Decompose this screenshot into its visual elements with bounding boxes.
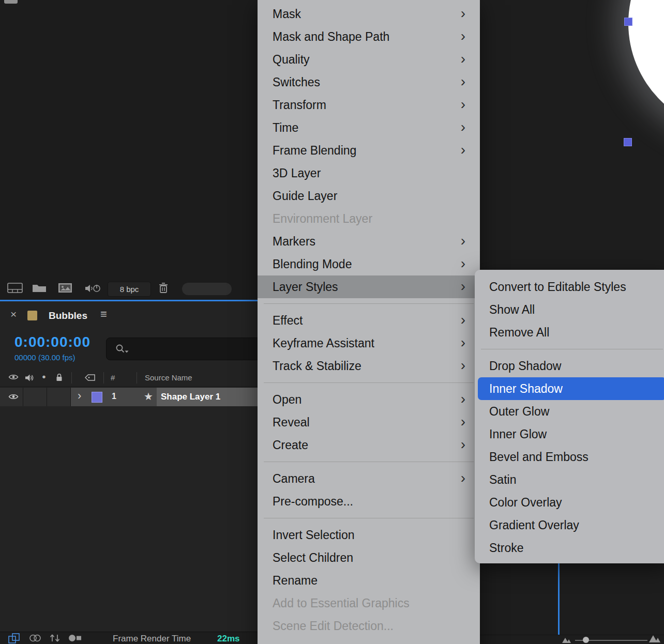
- menu-item-blending-mode[interactable]: Blending Mode›: [258, 253, 480, 275]
- frame-rate-info: 00000 (30.00 fps): [14, 353, 76, 362]
- bit-depth-label: 8 bpc: [120, 285, 139, 294]
- left-panel-stack: 8 bpc × Bubbles ≡ 0:00:00:00 00000 (30.0…: [0, 0, 258, 644]
- submenu-item-label: Bevel and Emboss: [489, 450, 588, 464]
- comp-color-label[interactable]: [27, 311, 37, 320]
- menu-item-mask-and-shape-path[interactable]: Mask and Shape Path›: [258, 25, 480, 48]
- submenu-item-bevel-and-emboss[interactable]: Bevel and Emboss: [475, 446, 664, 468]
- submenu-chevron-icon: ›: [461, 334, 465, 351]
- bit-depth-button[interactable]: 8 bpc: [108, 282, 151, 297]
- shape-handle[interactable]: [624, 138, 632, 146]
- shape-handle[interactable]: [624, 18, 632, 26]
- close-tab-icon[interactable]: ×: [10, 309, 17, 319]
- layer-context-menu: Mask› Mask and Shape Path› Quality› Swit…: [258, 0, 480, 644]
- submenu-item-outer-glow[interactable]: Outer Glow: [475, 400, 664, 423]
- menu-item-label: Blending Mode: [273, 257, 352, 271]
- layer-name[interactable]: Shape Layer 1: [161, 392, 220, 402]
- menu-item-label: Invert Selection: [273, 528, 355, 542]
- submenu-item-label: Stroke: [489, 541, 523, 555]
- delete-trash-icon[interactable]: [158, 282, 169, 294]
- submenu-item-color-overlay[interactable]: Color Overlay: [475, 491, 664, 514]
- submenu-item-drop-shadow[interactable]: Drop Shadow: [475, 355, 664, 377]
- cell-divider: [23, 388, 23, 406]
- layer-color-swatch[interactable]: [92, 392, 102, 403]
- menu-item-pre-compose[interactable]: Pre-compose...: [258, 490, 480, 513]
- layer-expand-chevron-icon[interactable]: ›: [78, 389, 81, 403]
- submenu-item-satin[interactable]: Satin: [475, 468, 664, 491]
- source-name-column-header[interactable]: Source Name: [145, 373, 192, 382]
- menu-item-label: Quality: [273, 53, 310, 67]
- menu-item-label: Open: [273, 393, 301, 407]
- submenu-chevron-icon: ›: [461, 233, 465, 249]
- submenu-item-inner-shadow[interactable]: Inner Shadow: [478, 377, 664, 400]
- menu-item-frame-blending[interactable]: Frame Blending›: [258, 139, 480, 162]
- submenu-item-remove-all[interactable]: Remove All: [475, 321, 664, 344]
- menu-item-guide-layer[interactable]: Guide Layer: [258, 185, 480, 207]
- column-divider: [103, 372, 104, 384]
- zoom-out-icon[interactable]: [562, 636, 572, 643]
- menu-item-layer-styles[interactable]: Layer Styles›: [258, 275, 480, 298]
- menu-item-quality[interactable]: Quality›: [258, 48, 480, 71]
- submenu-chevron-icon: ›: [461, 119, 465, 135]
- submenu-item-label: Remove All: [489, 326, 549, 340]
- menu-item-effect[interactable]: Effect›: [258, 309, 480, 332]
- menu-item-transform[interactable]: Transform›: [258, 94, 480, 116]
- menu-item-label: Markers: [273, 235, 315, 249]
- submenu-chevron-icon: ›: [461, 51, 465, 67]
- bubble-shape: [628, 0, 664, 132]
- menu-item-invert-selection[interactable]: Invert Selection: [258, 524, 480, 546]
- comp-tab-title[interactable]: Bubbles: [49, 310, 87, 321]
- menu-item-label: 3D Layer: [273, 166, 321, 180]
- submenu-item-convert-to-editable-styles[interactable]: Convert to Editable Styles: [475, 275, 664, 298]
- panel-menu-icon[interactable]: ≡: [100, 309, 107, 320]
- menu-item-mask[interactable]: Mask›: [258, 3, 480, 25]
- menu-item-switches[interactable]: Switches›: [258, 71, 480, 94]
- zoom-slider-knob[interactable]: [583, 637, 589, 643]
- audio-column-speaker-icon: [25, 374, 34, 381]
- menu-item-reveal[interactable]: Reveal›: [258, 411, 480, 434]
- menu-item-label: Create: [273, 438, 308, 452]
- new-folder-icon[interactable]: [32, 283, 47, 293]
- menu-separator: [264, 382, 474, 383]
- submenu-item-gradient-overlay[interactable]: Gradient Overlay: [475, 514, 664, 536]
- menu-separator: [264, 303, 474, 304]
- interpret-footage-icon[interactable]: [7, 283, 23, 293]
- menu-item-camera[interactable]: Camera›: [258, 467, 480, 490]
- current-timecode[interactable]: 0:00:00:00: [14, 334, 90, 350]
- menu-item-time[interactable]: Time›: [258, 116, 480, 139]
- timeline-footer: Frame Render Time 22ms: [0, 632, 258, 644]
- menu-item-select-children[interactable]: Select Children: [258, 546, 480, 569]
- submenu-item-stroke[interactable]: Stroke: [475, 536, 664, 559]
- timeline-search-input[interactable]: [106, 338, 259, 360]
- layer-visibility-eye-icon[interactable]: [8, 393, 19, 400]
- submenu-item-inner-glow[interactable]: Inner Glow: [475, 423, 664, 446]
- menu-item-track-stabilize[interactable]: Track & Stabilize›: [258, 355, 480, 377]
- menu-item-label: Track & Stabilize: [273, 359, 361, 373]
- menu-item-add-to-essential-graphics: Add to Essential Graphics: [258, 592, 480, 615]
- menu-item-markers[interactable]: Markers›: [258, 230, 480, 253]
- transfer-controls-toggle-icon[interactable]: [29, 634, 41, 642]
- menu-item-rename[interactable]: Rename: [258, 569, 480, 592]
- submenu-item-show-all[interactable]: Show All: [475, 298, 664, 321]
- timeline-playhead[interactable]: [558, 563, 560, 635]
- menu-item-3d-layer[interactable]: 3D Layer: [258, 162, 480, 185]
- submenu-chevron-icon: ›: [461, 142, 465, 158]
- clipped-toolbar-button: [4, 0, 18, 4]
- menu-item-label: Select Children: [273, 551, 353, 565]
- zoom-in-icon[interactable]: [648, 634, 662, 643]
- menu-item-label: Effect: [273, 314, 303, 328]
- menu-item-keyframe-assistant[interactable]: Keyframe Assistant›: [258, 332, 480, 355]
- menu-item-create[interactable]: Create›: [258, 434, 480, 456]
- menu-item-label: Transform: [273, 98, 326, 112]
- menu-item-label: Frame Blending: [273, 144, 356, 158]
- render-time-pane-icon[interactable]: [68, 634, 82, 642]
- layer-switches-toggle-icon[interactable]: [8, 633, 21, 643]
- timeline-bottom-bar: [480, 635, 664, 644]
- menu-separator: [264, 462, 474, 462]
- new-composition-icon[interactable]: [58, 283, 72, 293]
- layer-row[interactable]: › 1 ★ Shape Layer 1: [0, 388, 258, 406]
- in-out-panes-toggle-icon[interactable]: [49, 634, 61, 642]
- menu-item-open[interactable]: Open›: [258, 388, 480, 411]
- menu-item-label: Guide Layer: [273, 189, 337, 203]
- project-flowchart-control[interactable]: [182, 283, 232, 295]
- audio-settings-icon[interactable]: [85, 284, 101, 293]
